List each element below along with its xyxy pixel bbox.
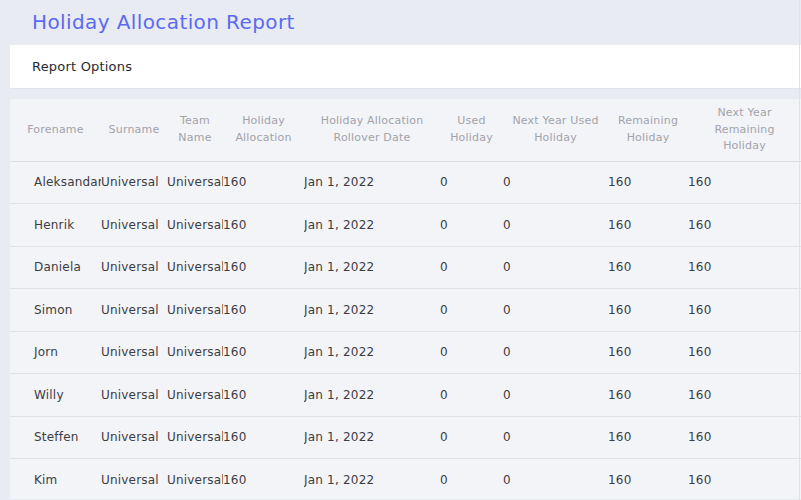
cell-forename: Simon xyxy=(10,289,101,332)
cell-holiday-allocation-rollover-date: Jan 1, 2022 xyxy=(304,289,440,332)
cell-used-holiday: 0 xyxy=(440,161,503,204)
table-header: ForenameSurnameTeam NameHoliday Allocati… xyxy=(10,99,801,161)
column-header-surname: Surname xyxy=(101,99,167,161)
cell-remaining-holiday: 160 xyxy=(608,459,688,500)
cell-remaining-holiday: 160 xyxy=(608,204,688,247)
cell-surname: Universal xyxy=(101,204,167,247)
cell-holiday-allocation-rollover-date: Jan 1, 2022 xyxy=(304,416,440,459)
cell-team-name: Universal xyxy=(167,459,223,500)
cell-forename: Daniela xyxy=(10,246,101,289)
cell-next-year-used-holiday: 0 xyxy=(503,416,608,459)
table-header-row: ForenameSurnameTeam NameHoliday Allocati… xyxy=(10,99,801,161)
cell-next-year-remaining-holiday: 160 xyxy=(688,459,801,500)
column-header-next-year-used-holiday: Next Year Used Holiday xyxy=(503,99,608,161)
cell-forename: Aleksandar xyxy=(10,161,101,204)
cell-next-year-used-holiday: 0 xyxy=(503,459,608,500)
cell-next-year-used-holiday: 0 xyxy=(503,289,608,332)
table-row: AleksandarUniversalUniversal160Jan 1, 20… xyxy=(10,161,801,204)
cell-team-name: Universal xyxy=(167,374,223,417)
table-row: SteffenUniversalUniversal160Jan 1, 20220… xyxy=(10,416,801,459)
cell-used-holiday: 0 xyxy=(440,374,503,417)
cell-holiday-allocation: 160 xyxy=(223,289,304,332)
report-table-card: ForenameSurnameTeam NameHoliday Allocati… xyxy=(10,99,801,499)
cell-forename: Kim xyxy=(10,459,101,500)
cell-holiday-allocation-rollover-date: Jan 1, 2022 xyxy=(304,204,440,247)
cell-next-year-used-holiday: 0 xyxy=(503,331,608,374)
cell-remaining-holiday: 160 xyxy=(608,246,688,289)
report-table: ForenameSurnameTeam NameHoliday Allocati… xyxy=(10,99,801,500)
cell-used-holiday: 0 xyxy=(440,289,503,332)
cell-surname: Universal xyxy=(101,459,167,500)
cell-next-year-used-holiday: 0 xyxy=(503,246,608,289)
report-options-panel-header[interactable]: Report Options xyxy=(10,45,801,89)
cell-next-year-used-holiday: 0 xyxy=(503,161,608,204)
cell-holiday-allocation: 160 xyxy=(223,374,304,417)
cell-surname: Universal xyxy=(101,416,167,459)
cell-used-holiday: 0 xyxy=(440,459,503,500)
cell-remaining-holiday: 160 xyxy=(608,289,688,332)
cell-team-name: Universal xyxy=(167,331,223,374)
table-row: JornUniversalUniversal160Jan 1, 20220016… xyxy=(10,331,801,374)
cell-team-name: Universal xyxy=(167,161,223,204)
table-row: KimUniversalUniversal160Jan 1, 202200160… xyxy=(10,459,801,500)
cell-remaining-holiday: 160 xyxy=(608,331,688,374)
page-title: Holiday Allocation Report xyxy=(0,0,801,35)
cell-surname: Universal xyxy=(101,289,167,332)
cell-forename: Steffen xyxy=(10,416,101,459)
column-header-team-name: Team Name xyxy=(167,99,223,161)
table-row: HenrikUniversalUniversal160Jan 1, 202200… xyxy=(10,204,801,247)
cell-holiday-allocation: 160 xyxy=(223,204,304,247)
column-header-holiday-allocation-rollover-date: Holiday Allocation Rollover Date xyxy=(304,99,440,161)
cell-used-holiday: 0 xyxy=(440,331,503,374)
column-header-forename: Forename xyxy=(10,99,101,161)
cell-forename: Henrik xyxy=(10,204,101,247)
cell-next-year-remaining-holiday: 160 xyxy=(688,204,801,247)
cell-forename: Jorn xyxy=(10,331,101,374)
cell-team-name: Universal xyxy=(167,246,223,289)
cell-next-year-remaining-holiday: 160 xyxy=(688,416,801,459)
holiday-allocation-report-page: Holiday Allocation Report Report Options… xyxy=(0,0,801,499)
cell-holiday-allocation-rollover-date: Jan 1, 2022 xyxy=(304,374,440,417)
table-row: SimonUniversalUniversal160Jan 1, 2022001… xyxy=(10,289,801,332)
cell-holiday-allocation-rollover-date: Jan 1, 2022 xyxy=(304,161,440,204)
cell-team-name: Universal xyxy=(167,416,223,459)
column-header-remaining-holiday: Remaining Holiday xyxy=(608,99,688,161)
report-options-label: Report Options xyxy=(32,59,132,74)
table-row: DanielaUniversalUniversal160Jan 1, 20220… xyxy=(10,246,801,289)
cell-next-year-remaining-holiday: 160 xyxy=(688,246,801,289)
cell-holiday-allocation-rollover-date: Jan 1, 2022 xyxy=(304,246,440,289)
cell-holiday-allocation: 160 xyxy=(223,246,304,289)
cell-used-holiday: 0 xyxy=(440,204,503,247)
cell-next-year-remaining-holiday: 160 xyxy=(688,161,801,204)
cell-surname: Universal xyxy=(101,161,167,204)
cell-holiday-allocation: 160 xyxy=(223,416,304,459)
cell-remaining-holiday: 160 xyxy=(608,161,688,204)
cell-next-year-remaining-holiday: 160 xyxy=(688,374,801,417)
table-body: AleksandarUniversalUniversal160Jan 1, 20… xyxy=(10,161,801,500)
cell-used-holiday: 0 xyxy=(440,246,503,289)
cell-used-holiday: 0 xyxy=(440,416,503,459)
cell-team-name: Universal xyxy=(167,289,223,332)
column-header-holiday-allocation: Holiday Allocation xyxy=(223,99,304,161)
cell-next-year-used-holiday: 0 xyxy=(503,204,608,247)
cell-forename: Willy xyxy=(10,374,101,417)
column-header-next-year-remaining-holiday: Next Year Remaining Holiday xyxy=(688,99,801,161)
cell-remaining-holiday: 160 xyxy=(608,416,688,459)
cell-holiday-allocation: 160 xyxy=(223,331,304,374)
cell-holiday-allocation: 160 xyxy=(223,459,304,500)
cell-holiday-allocation-rollover-date: Jan 1, 2022 xyxy=(304,459,440,500)
right-edge-divider xyxy=(799,0,800,500)
cell-holiday-allocation-rollover-date: Jan 1, 2022 xyxy=(304,331,440,374)
cell-team-name: Universal xyxy=(167,204,223,247)
cell-holiday-allocation: 160 xyxy=(223,161,304,204)
table-row: WillyUniversalUniversal160Jan 1, 2022001… xyxy=(10,374,801,417)
cell-remaining-holiday: 160 xyxy=(608,374,688,417)
cell-next-year-remaining-holiday: 160 xyxy=(688,289,801,332)
cell-surname: Universal xyxy=(101,374,167,417)
cell-next-year-used-holiday: 0 xyxy=(503,374,608,417)
cell-next-year-remaining-holiday: 160 xyxy=(688,331,801,374)
cell-surname: Universal xyxy=(101,331,167,374)
column-header-used-holiday: Used Holiday xyxy=(440,99,503,161)
cell-surname: Universal xyxy=(101,246,167,289)
